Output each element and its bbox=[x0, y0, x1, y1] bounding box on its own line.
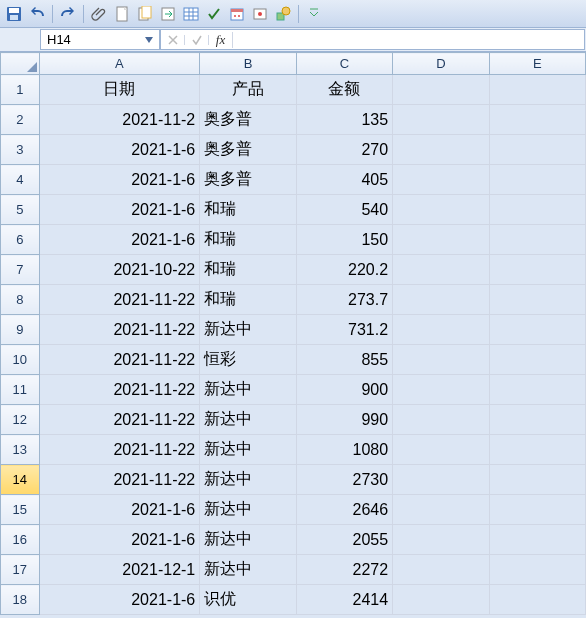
cell-E13[interactable] bbox=[489, 435, 585, 465]
cell-C13[interactable]: 1080 bbox=[296, 435, 392, 465]
row-header-12[interactable]: 12 bbox=[1, 405, 40, 435]
row-header-16[interactable]: 16 bbox=[1, 525, 40, 555]
row-header-14[interactable]: 14 bbox=[1, 465, 40, 495]
row-header-3[interactable]: 3 bbox=[1, 135, 40, 165]
cell-B1[interactable]: 产品 bbox=[200, 75, 296, 105]
cell-D14[interactable] bbox=[393, 465, 489, 495]
cell-E15[interactable] bbox=[489, 495, 585, 525]
cancel-fx-button[interactable] bbox=[161, 35, 185, 45]
undo-button[interactable] bbox=[27, 4, 47, 24]
row-header-11[interactable]: 11 bbox=[1, 375, 40, 405]
overflow-icon[interactable] bbox=[304, 4, 324, 24]
cell-D8[interactable] bbox=[393, 285, 489, 315]
cell-C15[interactable]: 2646 bbox=[296, 495, 392, 525]
cell-C4[interactable]: 405 bbox=[296, 165, 392, 195]
cell-D16[interactable] bbox=[393, 525, 489, 555]
calendar-icon[interactable] bbox=[227, 4, 247, 24]
cell-C18[interactable]: 2414 bbox=[296, 585, 392, 615]
cell-E1[interactable] bbox=[489, 75, 585, 105]
attach-icon[interactable] bbox=[89, 4, 109, 24]
arrow-doc-icon[interactable] bbox=[158, 4, 178, 24]
cell-D2[interactable] bbox=[393, 105, 489, 135]
row-header-17[interactable]: 17 bbox=[1, 555, 40, 585]
cell-D9[interactable] bbox=[393, 315, 489, 345]
cell-C5[interactable]: 540 bbox=[296, 195, 392, 225]
cell-B8[interactable]: 和瑞 bbox=[200, 285, 296, 315]
cell-C1[interactable]: 金额 bbox=[296, 75, 392, 105]
cell-D10[interactable] bbox=[393, 345, 489, 375]
formula-input[interactable] bbox=[233, 30, 584, 49]
cell-A6[interactable]: 2021-1-6 bbox=[39, 225, 200, 255]
cell-D15[interactable] bbox=[393, 495, 489, 525]
cell-E8[interactable] bbox=[489, 285, 585, 315]
cell-A8[interactable]: 2021-11-22 bbox=[39, 285, 200, 315]
cell-A12[interactable]: 2021-11-22 bbox=[39, 405, 200, 435]
cell-E7[interactable] bbox=[489, 255, 585, 285]
cell-E11[interactable] bbox=[489, 375, 585, 405]
cell-A2[interactable]: 2021-11-2 bbox=[39, 105, 200, 135]
page-icon[interactable] bbox=[135, 4, 155, 24]
cell-E4[interactable] bbox=[489, 165, 585, 195]
cell-E9[interactable] bbox=[489, 315, 585, 345]
row-header-10[interactable]: 10 bbox=[1, 345, 40, 375]
cell-D18[interactable] bbox=[393, 585, 489, 615]
row-header-13[interactable]: 13 bbox=[1, 435, 40, 465]
cell-B6[interactable]: 和瑞 bbox=[200, 225, 296, 255]
cell-D1[interactable] bbox=[393, 75, 489, 105]
row-header-9[interactable]: 9 bbox=[1, 315, 40, 345]
cell-A10[interactable]: 2021-11-22 bbox=[39, 345, 200, 375]
cell-C14[interactable]: 2730 bbox=[296, 465, 392, 495]
cell-E17[interactable] bbox=[489, 555, 585, 585]
cell-A13[interactable]: 2021-11-22 bbox=[39, 435, 200, 465]
cell-B12[interactable]: 新达中 bbox=[200, 405, 296, 435]
cell-B15[interactable]: 新达中 bbox=[200, 495, 296, 525]
cell-B18[interactable]: 识优 bbox=[200, 585, 296, 615]
cell-B13[interactable]: 新达中 bbox=[200, 435, 296, 465]
cell-E2[interactable] bbox=[489, 105, 585, 135]
redo-button[interactable] bbox=[58, 4, 78, 24]
cell-D4[interactable] bbox=[393, 165, 489, 195]
col-header-C[interactable]: C bbox=[296, 53, 392, 75]
cell-E18[interactable] bbox=[489, 585, 585, 615]
cell-A3[interactable]: 2021-1-6 bbox=[39, 135, 200, 165]
col-header-B[interactable]: B bbox=[200, 53, 296, 75]
cell-C12[interactable]: 990 bbox=[296, 405, 392, 435]
row-header-8[interactable]: 8 bbox=[1, 285, 40, 315]
cell-D11[interactable] bbox=[393, 375, 489, 405]
cell-A15[interactable]: 2021-1-6 bbox=[39, 495, 200, 525]
cell-C16[interactable]: 2055 bbox=[296, 525, 392, 555]
cell-C7[interactable]: 220.2 bbox=[296, 255, 392, 285]
row-header-6[interactable]: 6 bbox=[1, 225, 40, 255]
cell-A4[interactable]: 2021-1-6 bbox=[39, 165, 200, 195]
cell-A14[interactable]: 2021-11-22 bbox=[39, 465, 200, 495]
fx-button[interactable]: fx bbox=[209, 32, 233, 48]
cell-A7[interactable]: 2021-10-22 bbox=[39, 255, 200, 285]
cell-C17[interactable]: 2272 bbox=[296, 555, 392, 585]
cell-B5[interactable]: 和瑞 bbox=[200, 195, 296, 225]
cell-C6[interactable]: 150 bbox=[296, 225, 392, 255]
cell-E6[interactable] bbox=[489, 225, 585, 255]
cell-C3[interactable]: 270 bbox=[296, 135, 392, 165]
col-header-E[interactable]: E bbox=[489, 53, 585, 75]
save-button[interactable] bbox=[4, 4, 24, 24]
cell-B16[interactable]: 新达中 bbox=[200, 525, 296, 555]
cell-B7[interactable]: 和瑞 bbox=[200, 255, 296, 285]
cell-D12[interactable] bbox=[393, 405, 489, 435]
cell-B11[interactable]: 新达中 bbox=[200, 375, 296, 405]
spreadsheet-grid[interactable]: ABCDE 1日期产品金额22021-11-2奥多普13532021-1-6奥多… bbox=[0, 52, 586, 615]
select-all-corner[interactable] bbox=[1, 53, 40, 75]
cell-B3[interactable]: 奥多普 bbox=[200, 135, 296, 165]
cell-A5[interactable]: 2021-1-6 bbox=[39, 195, 200, 225]
cell-D13[interactable] bbox=[393, 435, 489, 465]
cell-C2[interactable]: 135 bbox=[296, 105, 392, 135]
cell-B17[interactable]: 新达中 bbox=[200, 555, 296, 585]
row-header-7[interactable]: 7 bbox=[1, 255, 40, 285]
cell-A1[interactable]: 日期 bbox=[39, 75, 200, 105]
cell-A16[interactable]: 2021-1-6 bbox=[39, 525, 200, 555]
cell-C9[interactable]: 731.2 bbox=[296, 315, 392, 345]
row-header-1[interactable]: 1 bbox=[1, 75, 40, 105]
new-doc-icon[interactable] bbox=[112, 4, 132, 24]
row-header-5[interactable]: 5 bbox=[1, 195, 40, 225]
row-header-2[interactable]: 2 bbox=[1, 105, 40, 135]
col-header-A[interactable]: A bbox=[39, 53, 200, 75]
